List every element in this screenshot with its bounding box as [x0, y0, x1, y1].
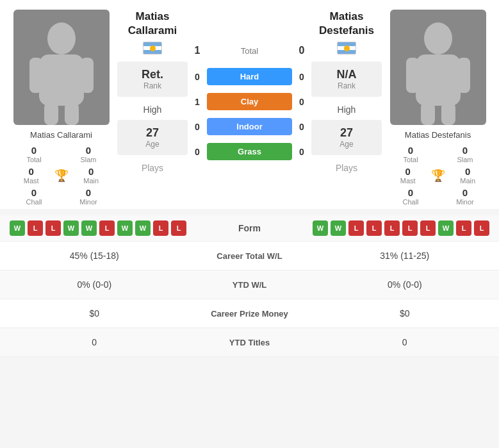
- right-age-value: 27: [315, 126, 379, 140]
- left-total-label: Total: [26, 156, 41, 163]
- left-minor-label: Minor: [79, 198, 97, 206]
- left-main-block: 0 Main: [72, 166, 111, 185]
- form-badge: L: [402, 220, 418, 236]
- stats-center-label: YTD Titles: [179, 338, 320, 347]
- left-chall-value: 0: [31, 187, 37, 198]
- form-badge: W: [331, 220, 346, 236]
- stats-right-value: 0% (0-0): [320, 279, 490, 290]
- stats-left-value: 0: [10, 337, 179, 347]
- form-badge: W: [81, 220, 97, 236]
- svg-rect-2: [29, 58, 42, 93]
- stats-left-value: 45% (15-18): [10, 251, 179, 261]
- right-minor-label: Minor: [456, 198, 474, 206]
- grass-button[interactable]: Grass: [207, 143, 292, 160]
- right-slam-label: Slam: [457, 156, 473, 163]
- left-trophy-icon: 🏆: [54, 169, 69, 183]
- right-mast-value: 0: [405, 166, 411, 177]
- left-high-label: High: [143, 104, 162, 115]
- right-slam-block: 0 Slam: [443, 145, 487, 163]
- svg-rect-10: [421, 103, 435, 125]
- form-badge: L: [99, 220, 115, 236]
- hard-right-score: 0: [295, 72, 308, 82]
- form-badge: L: [366, 220, 382, 236]
- indoor-row: 0 Indoor 0: [191, 114, 308, 139]
- right-player-name: Matias Destefanis: [405, 130, 471, 140]
- form-badge: W: [438, 220, 454, 236]
- right-total-label: Total: [403, 156, 418, 163]
- hard-row: 0 Hard 0: [191, 64, 308, 89]
- stats-center-label: Career Prize Money: [179, 309, 320, 319]
- page-container: Matias Callarami 0 Total 0 Slam 0 Mast 🏆: [0, 0, 499, 357]
- right-chall-value: 0: [408, 187, 413, 198]
- bottom-section: WLLWWLWWLL Form WWLLLLLWLL 45% (15-18)Ca…: [0, 215, 499, 357]
- indoor-right-score: 0: [295, 122, 308, 132]
- left-mast-label: Mast: [24, 177, 39, 185]
- clay-button[interactable]: Clay: [207, 93, 292, 110]
- left-flag: [143, 42, 162, 54]
- form-label: Form: [231, 223, 269, 233]
- right-age-label: Age: [315, 140, 379, 149]
- right-rank-box: N/A Rank: [311, 62, 382, 97]
- form-badge: W: [135, 220, 151, 236]
- left-main-label: Main: [83, 177, 99, 185]
- grass-left-score: 0: [191, 147, 204, 157]
- right-trophy-icon: 🏆: [431, 169, 445, 183]
- form-badge: W: [63, 220, 79, 236]
- form-badge: L: [456, 220, 471, 236]
- right-rank-label: Rank: [315, 81, 379, 90]
- right-total-score: 0: [295, 45, 308, 56]
- indoor-button[interactable]: Indoor: [207, 118, 292, 135]
- svg-rect-3: [81, 58, 94, 93]
- left-age-box: 27 Age: [117, 120, 188, 155]
- svg-rect-5: [65, 103, 79, 125]
- left-player-silhouette: [26, 19, 97, 125]
- clay-row: 1 Clay 0: [191, 89, 308, 114]
- left-plays-label: Plays: [142, 163, 163, 173]
- right-mast-block: 0 Mast: [388, 166, 428, 185]
- svg-point-0: [47, 22, 76, 54]
- left-center-info: MatiasCallarami Ret. Rank High 27 Age Pl…: [117, 10, 188, 173]
- form-badge: L: [420, 220, 436, 236]
- left-main-value: 0: [88, 166, 94, 177]
- stats-row: $0Career Prize Money$0: [0, 299, 499, 328]
- right-chall-label: Chall: [402, 198, 418, 206]
- form-badge: L: [171, 220, 186, 236]
- svg-rect-4: [44, 103, 58, 125]
- form-badge: L: [474, 220, 489, 236]
- stats-right-value: 0: [320, 337, 490, 347]
- stats-center-label: Career Total W/L: [179, 251, 320, 261]
- hard-button[interactable]: Hard: [207, 68, 292, 85]
- stats-center-label: YTD W/L: [179, 280, 320, 290]
- right-plays-label: Plays: [336, 163, 357, 173]
- left-player-card: Matias Callarami 0 Total 0 Slam 0 Mast 🏆: [5, 10, 117, 206]
- form-badge: L: [28, 220, 43, 236]
- left-total-score: 1: [191, 45, 204, 56]
- right-main-label: Main: [460, 177, 475, 185]
- stats-left-value: 0% (0-0): [10, 279, 179, 290]
- form-badge: W: [10, 220, 25, 236]
- left-total-block: 0 Total: [12, 145, 56, 163]
- right-slam-value: 0: [462, 145, 468, 156]
- stats-table: 45% (15-18)Career Total W/L31% (11-25)0%…: [0, 242, 499, 357]
- right-high-label: High: [338, 104, 356, 115]
- right-chall-block: 0 Chall: [388, 187, 433, 206]
- left-minor-block: 0 Minor: [66, 187, 111, 206]
- right-total-value: 0: [408, 145, 413, 156]
- right-main-value: 0: [465, 166, 470, 177]
- left-player-name: Matias Callarami: [30, 130, 92, 140]
- grass-row: 0 Grass 0: [191, 139, 308, 164]
- left-player-photo: [13, 10, 110, 125]
- left-minor-value: 0: [86, 187, 91, 198]
- indoor-left-score: 0: [191, 122, 204, 132]
- left-slam-label: Slam: [80, 156, 96, 163]
- right-main-block: 0 Main: [448, 166, 488, 185]
- clay-right-score: 0: [295, 97, 308, 107]
- left-rank-box: Ret. Rank: [117, 62, 188, 97]
- left-age-value: 27: [120, 126, 184, 140]
- stats-row: 45% (15-18)Career Total W/L31% (11-25): [0, 242, 499, 270]
- stats-left-value: $0: [10, 308, 179, 319]
- right-age-box: 27 Age: [311, 120, 382, 155]
- left-slam-block: 0 Slam: [66, 145, 111, 163]
- svg-rect-9: [457, 58, 470, 93]
- right-flag: [337, 42, 356, 54]
